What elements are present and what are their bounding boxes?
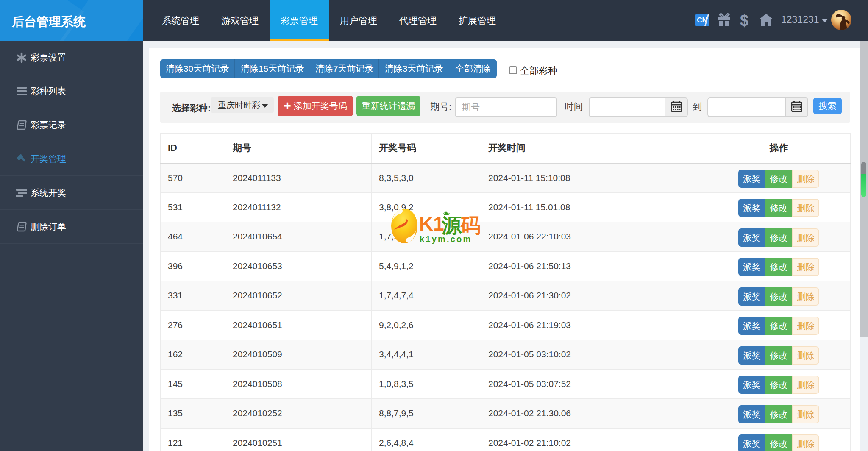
svg-text:k1ym.com: k1ym.com bbox=[420, 234, 472, 244]
svg-text:码: 码 bbox=[460, 214, 481, 237]
svg-text:源: 源 bbox=[441, 214, 462, 237]
svg-text:K1: K1 bbox=[419, 213, 444, 235]
